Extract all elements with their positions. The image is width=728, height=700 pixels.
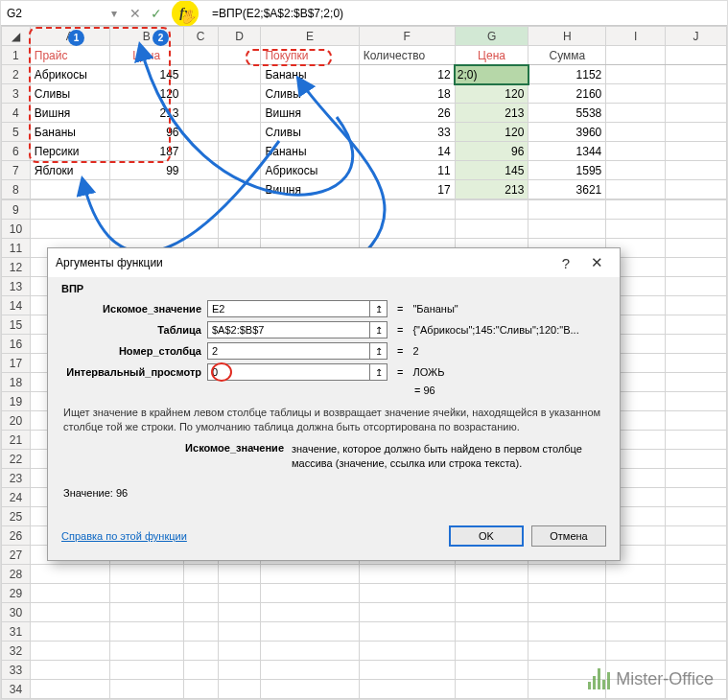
cell[interactable] <box>666 220 727 239</box>
row-header[interactable]: 21 <box>2 431 31 450</box>
row-header[interactable]: 27 <box>2 546 31 565</box>
cell[interactable]: Количество <box>359 46 455 65</box>
cell[interactable]: 213 <box>455 180 528 199</box>
cell[interactable] <box>218 642 261 661</box>
cell[interactable]: 11 <box>359 161 455 180</box>
cell[interactable] <box>528 584 606 603</box>
cell[interactable]: Бананы <box>261 142 359 161</box>
cell[interactable]: Яблоки <box>30 161 109 180</box>
cell[interactable] <box>261 642 359 661</box>
cell[interactable] <box>30 680 109 699</box>
cell[interactable] <box>455 642 528 661</box>
cell[interactable] <box>606 642 666 661</box>
cell[interactable]: 213 <box>455 104 528 123</box>
cell[interactable] <box>218 104 261 123</box>
cell[interactable] <box>30 565 109 584</box>
arg-input-lookup[interactable] <box>207 300 370 317</box>
cell[interactable] <box>218 622 261 642</box>
cell[interactable] <box>455 584 528 603</box>
cell[interactable] <box>109 642 183 661</box>
row-header[interactable]: 4 <box>2 104 31 123</box>
cell[interactable] <box>455 565 528 584</box>
col-header[interactable]: H <box>528 27 606 46</box>
selected-cell[interactable]: 2;0) <box>455 65 528 84</box>
cell[interactable] <box>666 296 727 315</box>
row-header[interactable]: 33 <box>2 661 31 680</box>
cell[interactable] <box>666 46 727 65</box>
dialog-titlebar[interactable]: Аргументы функции ? ✕ <box>48 248 620 277</box>
cell[interactable] <box>218 200 261 220</box>
row-header[interactable]: 2 <box>2 65 31 84</box>
col-header[interactable]: J <box>666 27 727 46</box>
insert-function-icon[interactable]: fx ✋ <box>172 0 199 27</box>
ok-button[interactable]: OK <box>449 525 524 547</box>
close-icon[interactable]: ✕ <box>581 254 612 271</box>
row-header[interactable]: 20 <box>2 411 31 431</box>
cell[interactable] <box>183 180 218 199</box>
row-header[interactable]: 8 <box>2 180 31 199</box>
col-header[interactable]: B <box>109 27 183 46</box>
row-header[interactable]: 16 <box>2 335 31 354</box>
cell[interactable] <box>359 622 455 642</box>
cell[interactable]: 213 <box>109 104 183 123</box>
cell[interactable] <box>183 661 218 680</box>
cell[interactable]: Персики <box>30 142 109 161</box>
cell[interactable]: Абрикосы <box>261 161 359 180</box>
cell[interactable]: 33 <box>359 123 455 142</box>
cell[interactable] <box>666 488 727 507</box>
cell[interactable] <box>606 584 666 603</box>
cell[interactable] <box>666 526 727 546</box>
cell[interactable] <box>606 84 666 104</box>
cell[interactable] <box>606 65 666 84</box>
cell[interactable] <box>359 642 455 661</box>
cell[interactable] <box>261 220 359 239</box>
cell[interactable] <box>666 565 727 584</box>
cell[interactable] <box>109 622 183 642</box>
row-header[interactable]: 26 <box>2 526 31 546</box>
row-header[interactable]: 29 <box>2 584 31 603</box>
cell[interactable] <box>666 411 727 431</box>
cell[interactable]: 1344 <box>528 142 606 161</box>
cell[interactable]: 145 <box>455 161 528 180</box>
cell[interactable]: Бананы <box>261 65 359 84</box>
cell[interactable]: Сливы <box>261 84 359 104</box>
col-header[interactable]: G <box>455 27 528 46</box>
row-header[interactable]: 13 <box>2 277 31 296</box>
cell[interactable] <box>666 239 727 258</box>
cell[interactable] <box>455 622 528 642</box>
row-header[interactable]: 28 <box>2 565 31 584</box>
cell[interactable]: Прайс <box>30 46 109 65</box>
row-header[interactable]: 15 <box>2 315 31 335</box>
cell[interactable] <box>218 123 261 142</box>
cell[interactable] <box>666 603 727 622</box>
row-header[interactable]: 10 <box>2 220 31 239</box>
cell[interactable] <box>218 65 261 84</box>
cell[interactable] <box>183 642 218 661</box>
cell[interactable] <box>218 680 261 699</box>
cell[interactable] <box>183 123 218 142</box>
cell[interactable] <box>261 200 359 220</box>
cell[interactable] <box>218 180 261 199</box>
cell[interactable]: 99 <box>109 161 183 180</box>
cell[interactable] <box>528 622 606 642</box>
row-header[interactable]: 22 <box>2 450 31 469</box>
cell[interactable] <box>261 584 359 603</box>
formula-input[interactable] <box>206 5 727 22</box>
cell[interactable] <box>30 584 109 603</box>
row-header[interactable]: 9 <box>2 200 31 220</box>
cell[interactable]: Абрикосы <box>30 65 109 84</box>
cell[interactable]: 120 <box>455 84 528 104</box>
cell[interactable] <box>455 661 528 680</box>
cancel-button[interactable]: Отмена <box>531 525 606 547</box>
row-header[interactable]: 32 <box>2 642 31 661</box>
cell[interactable]: 96 <box>455 142 528 161</box>
cell[interactable]: 145 <box>109 65 183 84</box>
cell[interactable]: Бананы <box>30 123 109 142</box>
cell[interactable] <box>606 200 666 220</box>
cell[interactable] <box>528 565 606 584</box>
cell[interactable] <box>109 603 183 622</box>
cell[interactable] <box>218 565 261 584</box>
cell[interactable] <box>606 220 666 239</box>
cell[interactable] <box>455 220 528 239</box>
function-arguments-dialog[interactable]: Аргументы функции ? ✕ ВПР Искомое_значен… <box>47 247 621 561</box>
